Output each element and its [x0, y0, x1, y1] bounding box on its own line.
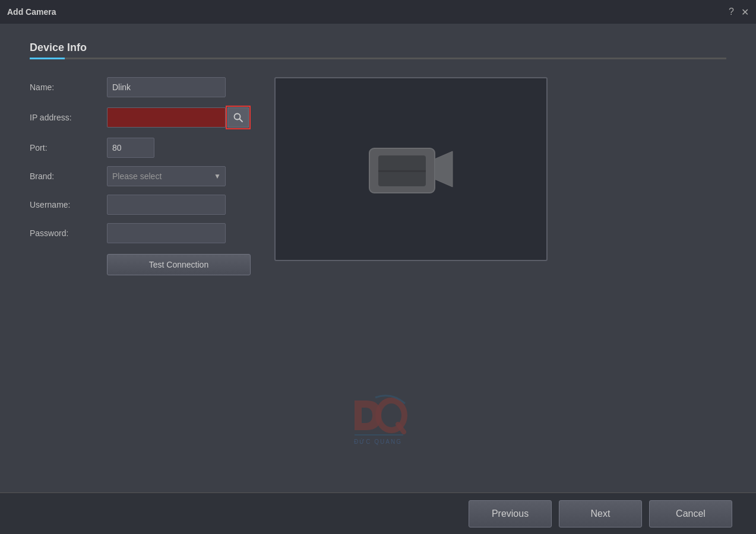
- brand-select[interactable]: Please select Hikvision Dahua Axis Bosch…: [107, 166, 226, 186]
- ip-input[interactable]: [107, 107, 226, 128]
- brand-select-wrapper: Please select Hikvision Dahua Axis Bosch…: [107, 166, 226, 186]
- search-btn-wrapper: [226, 106, 251, 129]
- help-icon[interactable]: ?: [729, 7, 734, 17]
- name-input[interactable]: [107, 77, 226, 97]
- title-bar-controls: ? ✕: [729, 7, 749, 18]
- password-input[interactable]: [107, 223, 226, 243]
- camera-placeholder-icon: [363, 136, 458, 202]
- ip-wrapper: [107, 106, 251, 129]
- section-title: Device Info: [30, 42, 726, 54]
- brand-row: Brand: Please select Hikvision Dahua Axi…: [30, 166, 251, 186]
- cancel-button[interactable]: Cancel: [649, 500, 732, 527]
- brand-label: Brand:: [30, 171, 107, 181]
- ip-label: IP address:: [30, 113, 107, 122]
- progress-bar-fill: [30, 58, 65, 59]
- password-label: Password:: [30, 228, 107, 238]
- svg-line-1: [240, 119, 243, 122]
- footer: Previous Next Cancel: [0, 492, 756, 534]
- port-input[interactable]: [107, 138, 154, 158]
- form-preview-row: Name: IP address:: [30, 77, 726, 275]
- watermark-text: ĐỨC QUANG: [354, 438, 402, 445]
- username-row: Username:: [30, 195, 251, 215]
- ip-row: IP address:: [30, 106, 251, 129]
- port-row: Port:: [30, 138, 251, 158]
- progress-bar-track: [30, 58, 726, 59]
- svg-marker-5: [435, 151, 453, 187]
- password-row: Password:: [30, 223, 251, 243]
- port-label: Port:: [30, 143, 107, 152]
- title-bar: Add Camera ? ✕: [0, 0, 756, 24]
- username-label: Username:: [30, 200, 107, 209]
- username-input[interactable]: [107, 195, 226, 215]
- svg-rect-4: [378, 170, 426, 172]
- test-connection-button[interactable]: Test Connection: [107, 254, 251, 275]
- previous-button[interactable]: Previous: [469, 500, 552, 527]
- ip-search-button[interactable]: [227, 107, 249, 128]
- dialog-title: Add Camera: [7, 7, 56, 17]
- watermark-logo: [349, 395, 408, 436]
- search-icon: [233, 112, 243, 123]
- name-label: Name:: [30, 82, 107, 92]
- close-icon[interactable]: ✕: [741, 7, 749, 18]
- main-content: Device Info Name: IP address:: [0, 24, 756, 275]
- form-section: Name: IP address:: [30, 77, 251, 275]
- content-area: ĐỨC QUANG: [0, 275, 756, 492]
- name-row: Name:: [30, 77, 251, 97]
- watermark: ĐỨC QUANG: [349, 395, 408, 445]
- camera-preview: [274, 77, 548, 261]
- next-button[interactable]: Next: [559, 500, 642, 527]
